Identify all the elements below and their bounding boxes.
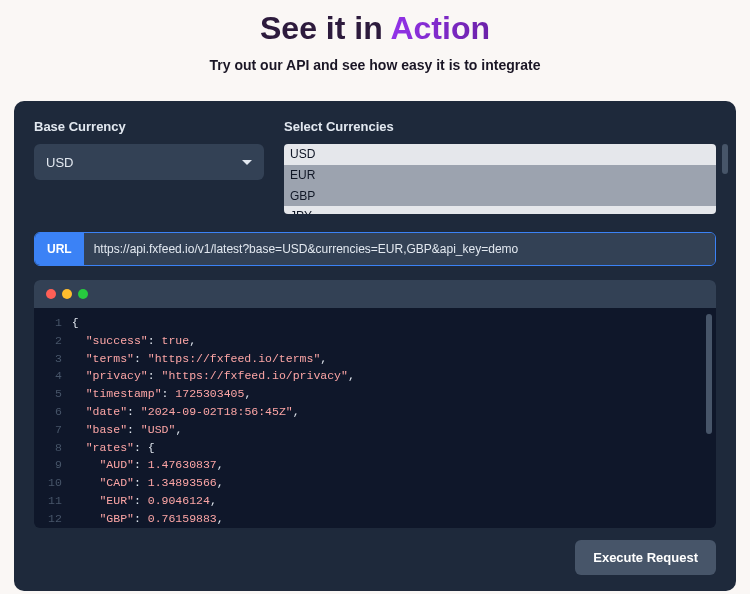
- url-label: URL: [35, 233, 84, 265]
- url-bar: URL https://api.fxfeed.io/v1/latest?base…: [34, 232, 716, 266]
- multiselect-option[interactable]: EUR: [284, 165, 716, 186]
- execute-request-button[interactable]: Execute Request: [575, 540, 716, 575]
- traffic-light-minimize-icon: [62, 289, 72, 299]
- base-currency-label: Base Currency: [34, 119, 264, 134]
- select-currencies-label: Select Currencies: [284, 119, 716, 134]
- code-content[interactable]: { "success": true, "terms": "https://fxf…: [72, 314, 716, 522]
- base-currency-select[interactable]: USD: [34, 144, 264, 180]
- title-prefix: See it in: [260, 10, 390, 46]
- base-currency-value: USD: [46, 155, 73, 170]
- line-numbers: 123456789101112: [34, 314, 72, 522]
- response-panel: 123456789101112 { "success": true, "term…: [34, 280, 716, 528]
- page-subtitle: Try out our API and see how easy it is t…: [0, 57, 750, 73]
- scrollbar[interactable]: [706, 314, 712, 434]
- multiselect-option[interactable]: GBP: [284, 186, 716, 207]
- chevron-down-icon: [242, 160, 252, 165]
- page-title: See it in Action: [0, 10, 750, 47]
- multiselect-option[interactable]: USD: [284, 144, 716, 165]
- demo-panel: Base Currency USD Select Currencies USD …: [14, 101, 736, 591]
- code-window-header: [34, 280, 716, 308]
- url-input[interactable]: https://api.fxfeed.io/v1/latest?base=USD…: [84, 233, 715, 265]
- title-accent: Action: [390, 10, 490, 46]
- traffic-light-maximize-icon: [78, 289, 88, 299]
- multiselect-option[interactable]: JPY: [284, 206, 716, 214]
- traffic-light-close-icon: [46, 289, 56, 299]
- scrollbar[interactable]: [722, 144, 728, 174]
- currencies-multiselect[interactable]: USD EUR GBP JPY: [284, 144, 716, 214]
